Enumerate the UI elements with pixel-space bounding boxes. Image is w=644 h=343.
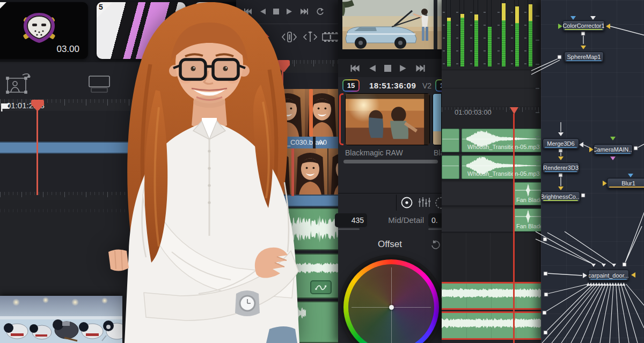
sky-scene — [433, 94, 442, 145]
audio-clip-small[interactable] — [442, 129, 459, 152]
audio-track-row-2: Whoosh_Transition-05.mp3 - R — [442, 155, 542, 181]
presenter-woman — [75, 0, 354, 343]
audio-clip-wide-2[interactable] — [442, 311, 542, 340]
audio-clip-whoosh-r[interactable]: Whoosh_Transition-05.mp3 - R — [462, 155, 542, 179]
audio-meter — [487, 0, 492, 66]
still-thumbnail-2[interactable] — [433, 93, 442, 145]
gallery-scrollbar[interactable] — [343, 160, 438, 163]
meter-scale-ticks — [484, 12, 486, 66]
skip-end-button[interactable] — [415, 64, 426, 72]
value-slider[interactable] — [428, 228, 442, 230]
audio-waveform — [442, 317, 542, 330]
mixer-bars-icon[interactable] — [418, 196, 431, 209]
color-wheels-icon[interactable] — [400, 196, 413, 209]
audio-timecode: 01:00:03:00 — [455, 108, 492, 116]
audio-clip-wide-1[interactable] — [442, 282, 542, 310]
version-label: V2 — [422, 81, 431, 90]
audio-meter — [459, 0, 464, 66]
audio-waveform — [442, 287, 542, 300]
node-blur1[interactable]: Blur1 — [607, 178, 644, 189]
node-renderer3d3[interactable]: Renderer3D3 — [543, 162, 579, 173]
reset-icon[interactable] — [430, 240, 441, 251]
audio-track-row-3: Fan Blade.w — [442, 182, 542, 207]
node-spheremap1[interactable]: SphereMap1 — [564, 51, 604, 62]
meter-scale-ticks — [470, 12, 472, 66]
stop-button[interactable] — [384, 65, 391, 72]
meter-scale-ticks — [497, 12, 500, 66]
mid-detail-label: Mid/Detail — [377, 215, 424, 225]
audio-meter — [446, 0, 451, 66]
audio-meter — [514, 0, 519, 66]
marker-flag-icon[interactable] — [0, 103, 14, 111]
playhead-line — [36, 109, 38, 195]
audio-clip-small[interactable] — [442, 155, 459, 179]
fusion-node-panel: ColorCorrector1 SphereMap1 Merge3D6 Came… — [541, 0, 644, 343]
audio-clip-whoosh-l[interactable]: Whoosh_Transition-05.mp3 - L — [462, 129, 542, 152]
node-cameramain[interactable]: CameraMAIN... — [594, 144, 633, 155]
audio-meters — [442, 0, 542, 68]
meter-scale-ticks — [443, 12, 445, 66]
node-carpaint-door[interactable]: carpaint_door... — [588, 270, 629, 281]
clip-corner-fold — [0, 2, 6, 18]
node-brightnesscontrast[interactable]: BrightnessCo... — [541, 191, 580, 202]
audio-empty-zone — [442, 233, 542, 282]
hand-right — [108, 249, 129, 271]
wheel-handle[interactable] — [389, 305, 394, 310]
node-colorcorrector1[interactable]: ColorCorrector1 — [562, 20, 605, 31]
wheel-inner — [348, 264, 434, 343]
audio-track-row-4: Fan Blade.w — [442, 208, 542, 233]
play-button[interactable] — [400, 64, 407, 72]
meter-scale-ticks — [456, 12, 458, 66]
still-timecode: 18:51:36:09 — [369, 81, 416, 90]
meter-scale-ticks — [524, 12, 526, 66]
audio-meter — [473, 0, 478, 66]
zero-axis — [462, 139, 541, 139]
automation-lanes — [442, 70, 542, 106]
zero-axis — [462, 166, 541, 166]
smart-reframe-icon[interactable] — [4, 71, 33, 94]
meter-scale-ticks — [511, 12, 513, 66]
jeans — [266, 326, 297, 343]
play-reverse-button[interactable] — [369, 64, 376, 72]
wristwatch — [235, 290, 260, 316]
couple-scene — [346, 94, 430, 145]
screenshot-root: 03.00 5 6 — [0, 0, 644, 343]
audio-playhead-line — [513, 114, 515, 343]
audio-meter — [501, 0, 506, 66]
offset-color-wheel[interactable] — [341, 257, 441, 343]
node-merge3d6[interactable]: Merge3D6 — [543, 138, 579, 149]
fairlight-panel: 01:00:03:00 Whoosh_Transition-05.mp3 - L… — [442, 0, 542, 343]
divider — [396, 195, 397, 211]
still-thumbnail-car-couple[interactable] — [345, 93, 430, 145]
ducks-logo — [15, 11, 63, 46]
audio-track-row-1: Whoosh_Transition-05.mp3 - L — [442, 129, 542, 154]
